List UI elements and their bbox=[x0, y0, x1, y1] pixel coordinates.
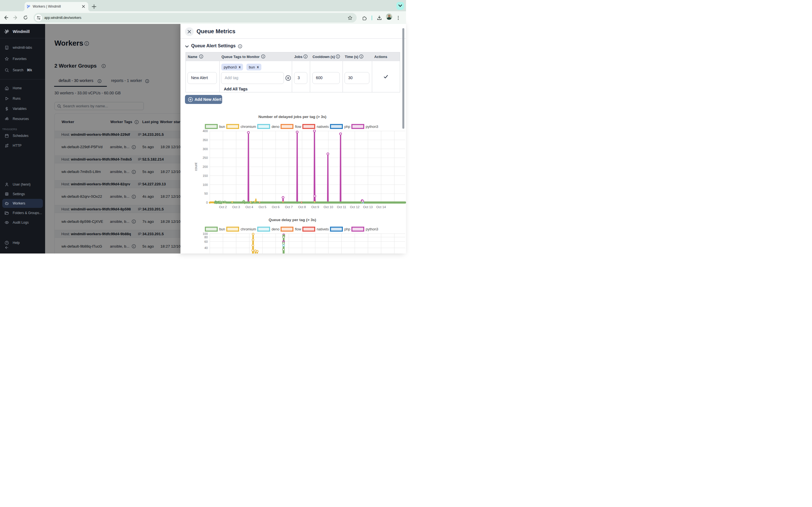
tab-search-button[interactable] bbox=[396, 2, 404, 10]
tab-close-icon[interactable] bbox=[81, 4, 86, 9]
confirm-check-icon[interactable] bbox=[384, 75, 388, 78]
svg-text:deno: deno bbox=[271, 227, 280, 231]
sidebar-item-folders-groups-[interactable]: Folders & Groups... bbox=[0, 208, 45, 218]
sidebar-item-schedules[interactable]: Schedules bbox=[0, 131, 45, 140]
sidebar-item-runs[interactable]: Runs bbox=[0, 94, 45, 103]
sidebar-item-settings[interactable]: Settings bbox=[0, 189, 45, 199]
alert-name-value: New Alert bbox=[191, 75, 208, 80]
svg-text:Number of delayed jobs per tag: Number of delayed jobs per tag (> 3s) bbox=[258, 115, 326, 119]
back-icon[interactable] bbox=[4, 15, 8, 20]
column-divider bbox=[292, 61, 292, 92]
delayed-jobs-chart: 050100150200250300350400Oct 2Oct 3Oct 4O… bbox=[181, 108, 406, 210]
windmill-favicon-icon bbox=[26, 4, 31, 9]
sidebar-item-workspace[interactable]: windmill-labs bbox=[0, 43, 45, 52]
tag-remove-button[interactable]: x bbox=[239, 65, 241, 69]
forward-icon[interactable] bbox=[13, 15, 18, 20]
sidebar-item-workers[interactable]: Workers bbox=[0, 199, 45, 208]
svg-text:200: 200 bbox=[203, 165, 208, 168]
svg-text:count: count bbox=[194, 163, 198, 171]
add-all-tags-link[interactable]: Add All Tags bbox=[224, 87, 248, 91]
sidebar-item-search[interactable]: Search⌘k bbox=[0, 65, 45, 75]
svg-text:deno: deno bbox=[271, 125, 280, 129]
search-shortcut: ⌘k bbox=[27, 68, 32, 72]
jobs-value: 3 bbox=[298, 75, 300, 80]
queue-alert-settings-info-icon[interactable] bbox=[238, 44, 242, 48]
svg-text:python3: python3 bbox=[366, 125, 378, 129]
sidebar-item-resources[interactable]: Resources bbox=[0, 114, 45, 124]
name-info-icon[interactable] bbox=[199, 54, 203, 59]
svg-text:chromium: chromium bbox=[241, 125, 256, 129]
boxes-icon bbox=[4, 117, 9, 121]
svg-text:100: 100 bbox=[203, 183, 208, 186]
route-icon bbox=[4, 144, 9, 148]
eye-icon bbox=[4, 220, 9, 225]
svg-text:chromium: chromium bbox=[241, 227, 256, 231]
site-info-icon[interactable] bbox=[35, 14, 42, 21]
add-tag-input[interactable]: Add tag bbox=[221, 72, 284, 84]
extensions-puzzle-icon[interactable] bbox=[362, 15, 367, 20]
sidebar-item-label: windmill-labs bbox=[13, 46, 32, 50]
tag-remove-button[interactable]: x bbox=[257, 65, 259, 69]
arrow-left-icon bbox=[4, 245, 9, 250]
bookmark-star-icon[interactable] bbox=[348, 15, 352, 20]
browser-tab-strip: Workers | Windmill bbox=[0, 0, 406, 11]
tag-chip-python3: python3x bbox=[221, 64, 243, 70]
svg-text:php: php bbox=[344, 125, 350, 129]
sidebar-item-favorites[interactable]: Favorites bbox=[0, 54, 45, 64]
sidebar-item-label: Audit Logs bbox=[13, 221, 29, 224]
profile-avatar[interactable] bbox=[386, 13, 392, 20]
tab-title: Workers | Windmill bbox=[33, 4, 61, 8]
plus-circle-icon bbox=[188, 97, 193, 102]
sidebar-collapse-button[interactable] bbox=[0, 243, 45, 252]
chevron-down-icon[interactable] bbox=[185, 45, 189, 48]
sidebar-item-label: Home bbox=[13, 86, 22, 90]
windmill-logo-icon bbox=[4, 29, 9, 34]
robot-icon bbox=[4, 201, 9, 206]
jobs-info-icon[interactable] bbox=[303, 54, 308, 59]
svg-text:60: 60 bbox=[204, 240, 208, 243]
add-new-alert-button[interactable]: Add New Alert bbox=[185, 95, 222, 104]
svg-text:flow: flow bbox=[295, 227, 301, 231]
sidebar-item-audit-logs[interactable]: Audit Logs bbox=[0, 218, 45, 227]
new-tab-button[interactable] bbox=[92, 4, 96, 9]
sidebar-item-user-henri-[interactable]: User (henri) bbox=[0, 180, 45, 189]
reload-icon[interactable] bbox=[23, 15, 28, 20]
col-cooldown: Cooldown (s) bbox=[313, 55, 335, 59]
alert-name-input[interactable]: New Alert bbox=[188, 72, 217, 84]
sidebar-item-home[interactable]: Home bbox=[0, 83, 45, 93]
svg-text:bun: bun bbox=[219, 125, 225, 129]
queue-alert-settings-heading[interactable]: Queue Alert Settings bbox=[191, 43, 236, 48]
col-jobs: Jobs bbox=[294, 55, 303, 59]
sidebar-item-label: Runs bbox=[13, 97, 20, 101]
browser-tab[interactable]: Workers | Windmill bbox=[24, 2, 88, 11]
queue-tags-info-icon[interactable] bbox=[261, 54, 265, 59]
svg-text:100: 100 bbox=[203, 232, 208, 235]
svg-text:50: 50 bbox=[204, 192, 208, 195]
cooldown-value: 600 bbox=[316, 75, 322, 80]
sidebar-item-variables[interactable]: Variables bbox=[0, 104, 45, 114]
sidebar-item-http[interactable]: HTTP bbox=[0, 141, 45, 151]
play-icon bbox=[4, 96, 9, 101]
jobs-input[interactable]: 3 bbox=[294, 72, 307, 84]
sidebar-divider bbox=[0, 38, 45, 38]
cooldown-info-icon[interactable] bbox=[336, 54, 340, 59]
star-icon bbox=[4, 57, 9, 61]
menu-kebab-icon[interactable] bbox=[396, 15, 401, 20]
column-divider bbox=[219, 61, 220, 92]
svg-text:Oct 12: Oct 12 bbox=[350, 205, 359, 209]
col-actions: Actions bbox=[374, 55, 388, 59]
add-tag-plus-icon[interactable] bbox=[285, 75, 291, 81]
downloads-icon[interactable] bbox=[377, 15, 382, 20]
cooldown-input[interactable]: 600 bbox=[312, 72, 340, 84]
drawer-close-button[interactable] bbox=[185, 27, 194, 36]
gear-icon bbox=[4, 192, 9, 196]
address-bar[interactable]: app.windmill.dev/workers bbox=[34, 13, 357, 22]
time-info-icon[interactable] bbox=[359, 54, 363, 59]
drawer-scrollbar[interactable] bbox=[402, 28, 404, 129]
svg-text:80: 80 bbox=[204, 235, 208, 239]
svg-text:Oct 14: Oct 14 bbox=[376, 205, 386, 209]
building-icon bbox=[4, 45, 9, 50]
svg-text:nativets: nativets bbox=[317, 125, 329, 129]
time-input[interactable]: 30 bbox=[345, 72, 369, 84]
search-icon bbox=[4, 68, 9, 72]
